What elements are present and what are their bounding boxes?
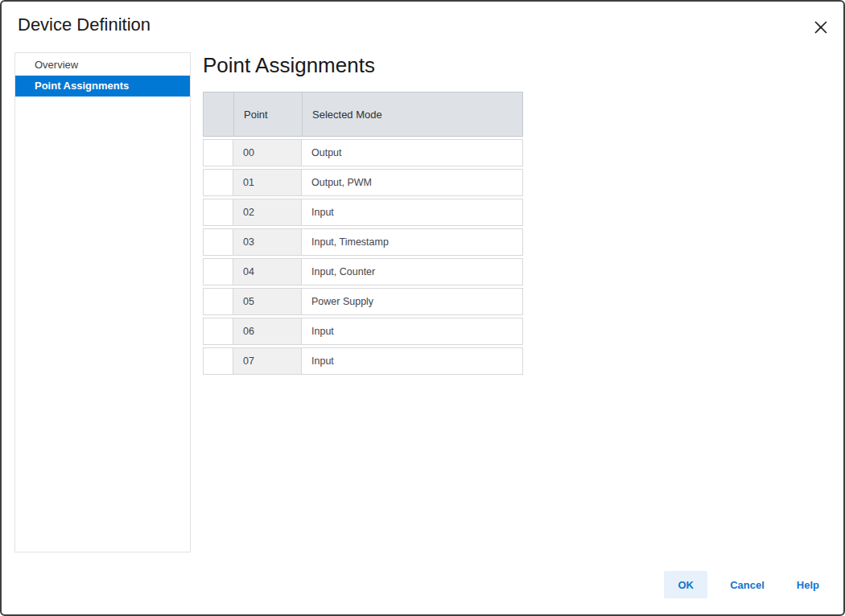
point-cell: 07 <box>233 348 302 374</box>
mode-cell[interactable]: Input <box>302 318 522 344</box>
sidebar-item-point-assignments[interactable]: Point Assignments <box>15 76 190 97</box>
device-definition-dialog: Device Definition OverviewPoint Assignme… <box>0 0 845 616</box>
dialog-title: Device Definition <box>18 14 150 35</box>
table-row[interactable]: 04Input, Counter <box>203 258 523 285</box>
close-button[interactable] <box>811 18 831 37</box>
mode-cell[interactable]: Input <box>302 348 522 374</box>
table-row[interactable]: 05Power Supply <box>203 288 523 315</box>
page-title: Point Assignments <box>203 53 375 78</box>
table-row[interactable]: 00Output <box>203 139 523 166</box>
point-cell: 03 <box>233 229 302 255</box>
footer-button-bar: OK Cancel Help <box>664 571 829 598</box>
row-selector-cell[interactable] <box>204 318 233 344</box>
row-selector-cell[interactable] <box>204 199 233 225</box>
header-selector-cell <box>204 92 234 136</box>
row-selector-cell[interactable] <box>204 229 233 255</box>
mode-cell[interactable]: Power Supply <box>302 289 522 314</box>
mode-cell[interactable]: Input, Counter <box>302 259 522 285</box>
mode-cell[interactable]: Output, PWM <box>302 170 522 195</box>
table-row[interactable]: 01Output, PWM <box>203 169 523 196</box>
table-row[interactable]: 03Input, Timestamp <box>203 228 523 256</box>
point-cell: 02 <box>233 199 302 225</box>
row-selector-cell[interactable] <box>204 348 233 374</box>
sidebar: OverviewPoint Assignments <box>14 52 191 552</box>
table-header-row: Point Selected Mode <box>203 92 523 137</box>
sidebar-item-overview[interactable]: Overview <box>15 55 190 76</box>
point-cell: 06 <box>233 318 302 344</box>
cancel-button[interactable]: Cancel <box>720 571 774 598</box>
point-cell: 05 <box>233 289 302 314</box>
header-point-cell: Point <box>234 92 303 136</box>
table-row[interactable]: 07Input <box>203 347 523 375</box>
point-cell: 04 <box>233 259 302 285</box>
mode-cell[interactable]: Output <box>302 140 522 166</box>
mode-cell[interactable]: Input <box>302 199 522 225</box>
point-assignments-table: Point Selected Mode 00Output01Output, PW… <box>203 92 523 375</box>
row-selector-cell[interactable] <box>204 170 233 195</box>
mode-cell[interactable]: Input, Timestamp <box>302 229 522 255</box>
close-icon <box>814 20 828 35</box>
table-row[interactable]: 06Input <box>203 318 523 345</box>
help-button[interactable]: Help <box>787 571 829 598</box>
row-selector-cell[interactable] <box>204 259 233 285</box>
table-row[interactable]: 02Input <box>203 199 523 226</box>
header-selected-mode-cell: Selected Mode <box>303 92 522 136</box>
table-body: 00Output01Output, PWM02Input03Input, Tim… <box>203 139 523 375</box>
ok-button[interactable]: OK <box>664 571 707 598</box>
row-selector-cell[interactable] <box>204 140 233 166</box>
point-cell: 01 <box>233 170 302 195</box>
row-selector-cell[interactable] <box>204 289 233 314</box>
point-cell: 00 <box>233 140 302 166</box>
